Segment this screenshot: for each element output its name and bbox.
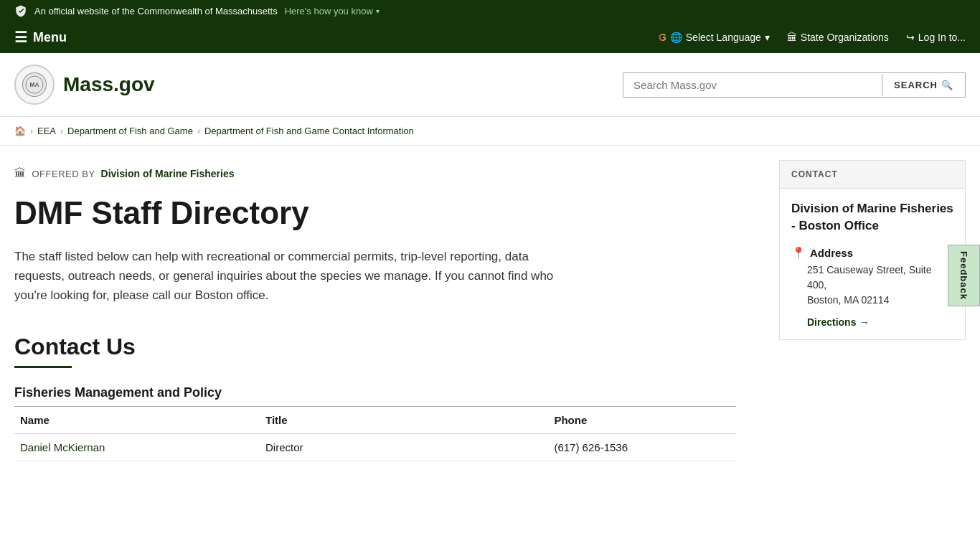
building-icon: 🏛 [14, 167, 27, 180]
chevron-icon: ▾ [376, 7, 380, 15]
breadcrumb-sep-1: › [30, 126, 33, 136]
feedback-tab[interactable]: Feedback [948, 245, 980, 306]
subsection-title: Fisheries Management and Policy [14, 385, 736, 406]
language-chevron: ▾ [765, 32, 770, 43]
offered-by-prefix: OFFERED BY [32, 169, 95, 179]
search-button[interactable]: SEARCH 🔍 [882, 74, 965, 96]
logo-link[interactable]: MA Mass.gov [14, 65, 155, 105]
breadcrumb-home[interactable]: 🏠 [14, 126, 26, 136]
state-orgs-link[interactable]: 🏛 State Organizations [787, 32, 889, 43]
directions-label: Directions [807, 316, 856, 328]
col-name-header: Name [14, 407, 260, 434]
how-you-know-link[interactable]: Here's how you know ▾ [285, 6, 380, 17]
table-header-row: Name Title Phone [14, 407, 736, 434]
page-description: The staff listed below can help with rec… [14, 247, 574, 306]
site-header: MA Mass.gov SEARCH 🔍 [0, 53, 980, 117]
shield-icon [14, 4, 27, 17]
address-text: 251 Causeway Street, Suite 400, Boston, … [791, 263, 953, 308]
address-line1: 251 Causeway Street, Suite 400, [807, 264, 932, 291]
main-layout: 🏛 OFFERED BY Division of Marine Fisherie… [0, 146, 980, 490]
home-icon: 🏠 [14, 126, 26, 136]
menu-label: Menu [33, 30, 67, 45]
search-icon: 🔍 [941, 80, 953, 90]
login-icon: ↪ [906, 32, 915, 43]
google-translate-link[interactable]: G 🌐 Select Language ▾ [659, 32, 770, 43]
office-name: Division of Marine Fisheries - Boston Of… [791, 200, 953, 235]
mass-seal-icon: MA [22, 72, 47, 98]
sidebar-card-body: Division of Marine Fisheries - Boston Of… [780, 189, 965, 339]
logo-circle: MA [14, 65, 55, 105]
breadcrumb-sep-3: › [197, 126, 200, 136]
google-icon: G [659, 32, 666, 43]
globe-icon: 🌐 [670, 32, 682, 43]
sidebar-card: CONTACT Division of Marine Fisheries - B… [779, 160, 966, 340]
nav-right: G 🌐 Select Language ▾ 🏛 State Organizati… [659, 32, 966, 43]
staff-name-cell: Daniel McKiernan [14, 434, 260, 461]
staff-table: Name Title Phone Daniel McKiernan Direct… [14, 407, 736, 461]
contact-us-title: Contact Us [14, 334, 736, 360]
menu-button[interactable]: ☰ Menu [14, 29, 67, 46]
col-phone-header: Phone [548, 407, 736, 434]
logo-text: Mass.gov [63, 73, 155, 96]
staff-phone-cell: (617) 626-1536 [548, 434, 736, 461]
top-banner: An official website of the Commonwealth … [0, 0, 980, 22]
banner-text: An official website of the Commonwealth … [34, 6, 278, 17]
breadcrumb-dept[interactable]: Department of Fish and Game [67, 126, 193, 136]
directions-link[interactable]: Directions → [791, 316, 953, 328]
fisheries-subsection: Fisheries Management and Policy Name Tit… [14, 385, 736, 461]
offered-by-link[interactable]: Division of Marine Fisheries [101, 168, 235, 179]
search-input[interactable] [623, 73, 882, 97]
address-line2: Boston, MA 02114 [807, 294, 889, 306]
address-label: 📍 Address [791, 246, 953, 260]
map-pin-icon: 📍 [791, 246, 806, 260]
offered-by: 🏛 OFFERED BY Division of Marine Fisherie… [14, 167, 736, 180]
col-title-header: Title [260, 407, 548, 434]
breadcrumb: 🏠 › EEA › Department of Fish and Game › … [0, 117, 980, 146]
page-title: DMF Staff Directory [14, 194, 736, 232]
hamburger-icon: ☰ [14, 29, 27, 46]
staff-title-cell: Director [260, 434, 548, 461]
search-area: SEARCH 🔍 [623, 72, 966, 98]
login-label: Log In to... [918, 32, 966, 43]
nav-bar: ☰ Menu G 🌐 Select Language ▾ 🏛 State Org… [0, 22, 980, 53]
language-label: Select Language [686, 32, 761, 43]
address-label-text: Address [810, 247, 853, 259]
staff-name-link[interactable]: Daniel McKiernan [20, 441, 105, 453]
content-area: 🏛 OFFERED BY Division of Marine Fisherie… [0, 146, 765, 490]
state-orgs-icon: 🏛 [787, 32, 797, 43]
table-row: Daniel McKiernan Director (617) 626-1536 [14, 434, 736, 461]
svg-text:MA: MA [30, 82, 39, 88]
breadcrumb-eea[interactable]: EEA [37, 126, 56, 136]
how-you-know-text: Here's how you know [285, 6, 373, 17]
sidebar-card-header: CONTACT [780, 161, 965, 189]
section-divider [14, 366, 72, 368]
directions-arrow: → [859, 316, 869, 328]
address-section: 📍 Address 251 Causeway Street, Suite 400… [791, 246, 953, 308]
breadcrumb-contact[interactable]: Department of Fish and Game Contact Info… [204, 126, 414, 136]
state-orgs-label: State Organizations [801, 32, 889, 43]
breadcrumb-sep-2: › [60, 126, 63, 136]
sidebar: CONTACT Division of Marine Fisheries - B… [765, 146, 980, 490]
search-button-label: SEARCH [894, 80, 938, 90]
login-link[interactable]: ↪ Log In to... [906, 32, 966, 43]
feedback-label: Feedback [958, 251, 969, 300]
